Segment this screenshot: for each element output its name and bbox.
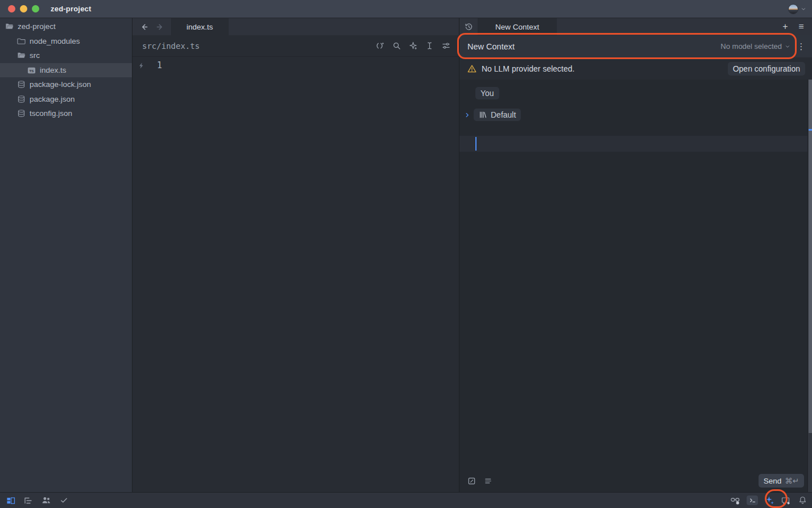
llm-warning-banner: No LLM provider selected. Open configura… xyxy=(459,57,812,80)
send-button[interactable]: Send ⌘↵ xyxy=(759,474,804,488)
model-selector-label: No model selected xyxy=(720,42,782,51)
diagnostics-check-icon[interactable] xyxy=(59,495,69,506)
editor-pane: index.ts src/index.ts xyxy=(132,18,459,492)
open-configuration-button[interactable]: Open configuration xyxy=(728,62,805,76)
send-label: Send xyxy=(764,477,782,485)
context-bottom-toolbar: Send ⌘↵ xyxy=(459,472,807,489)
editor-controls-sliders-icon[interactable] xyxy=(440,40,452,52)
status-bar xyxy=(0,492,812,508)
terminal-toggle-icon[interactable] xyxy=(747,495,758,505)
default-context-label: Default xyxy=(491,110,516,119)
chevron-right-icon[interactable] xyxy=(464,112,470,118)
scrollbar-cursor-marker xyxy=(809,129,812,131)
assistant-toggle-sparkle-icon[interactable] xyxy=(764,495,774,506)
tree-item-label: package.json xyxy=(30,95,75,103)
assistant-scrollbar[interactable] xyxy=(807,80,812,492)
notifications-bell-icon[interactable] xyxy=(797,495,807,506)
tree-item-label: index.ts xyxy=(40,66,67,74)
kebab-menu-icon[interactable]: ⋮ xyxy=(796,41,806,52)
svg-text:TS: TS xyxy=(30,68,34,72)
tree-item-node-modules[interactable]: node_modules xyxy=(0,34,132,49)
scrollbar-thumb[interactable] xyxy=(809,80,812,433)
typescript-file-icon: TS xyxy=(27,66,36,74)
zed-window: zed-project zed-project node_modules xyxy=(0,0,812,508)
active-line-highlight xyxy=(459,136,807,152)
tree-item-index-ts[interactable]: TS index.ts xyxy=(0,63,132,78)
search-icon[interactable] xyxy=(390,40,403,52)
default-context-row[interactable]: Default xyxy=(464,109,521,121)
library-icon xyxy=(479,111,487,119)
code-symbols-icon[interactable] xyxy=(374,40,386,52)
warning-triangle-icon xyxy=(467,64,477,73)
tab-label: New Context xyxy=(495,23,539,31)
new-context-plus-icon[interactable]: + xyxy=(779,20,792,33)
context-editor[interactable]: You Default xyxy=(459,80,812,492)
outline-panel-toggle-icon[interactable] xyxy=(23,495,34,506)
tree-item-label: tsconfig.json xyxy=(30,109,72,118)
warning-text: No LLM provider selected. xyxy=(482,64,574,73)
project-panel: zed-project node_modules src TS index.ts xyxy=(0,18,132,492)
tree-item-label: zed-project xyxy=(18,22,56,31)
tree-item-zed-project[interactable]: zed-project xyxy=(0,19,132,34)
database-file-icon xyxy=(17,95,26,103)
minimize-window-button[interactable] xyxy=(20,5,27,13)
breadcrumb[interactable]: src/index.ts xyxy=(139,40,202,52)
text-caret xyxy=(475,137,477,151)
tree-item-label: package-lock.json xyxy=(30,80,91,89)
model-selector[interactable]: No model selected xyxy=(720,42,790,51)
send-shortcut: ⌘↵ xyxy=(785,476,799,485)
zoom-window-button[interactable] xyxy=(32,5,39,13)
chat-panel-toggle-icon[interactable] xyxy=(781,495,791,506)
line-number: 1 xyxy=(132,60,162,70)
tree-item-src[interactable]: src xyxy=(0,48,132,63)
collaboration-panel-toggle-icon[interactable] xyxy=(41,495,51,506)
chevron-down-icon xyxy=(785,44,790,49)
inline-assist-sparkle-icon[interactable] xyxy=(407,40,419,52)
tree-item-label: src xyxy=(30,51,40,60)
back-icon[interactable] xyxy=(138,20,150,33)
quote-selection-icon[interactable] xyxy=(465,474,478,487)
code-editor[interactable]: 1 xyxy=(132,57,459,492)
database-file-icon xyxy=(17,80,26,89)
close-window-button[interactable] xyxy=(8,5,15,13)
project-panel-toggle-icon[interactable] xyxy=(6,495,16,506)
tree-item-package-lock-json[interactable]: package-lock.json xyxy=(0,77,132,92)
tree-item-label: node_modules xyxy=(30,37,80,45)
context-title[interactable]: New Context xyxy=(467,42,515,51)
tab-label: index.ts xyxy=(187,23,213,31)
tree-item-tsconfig-json[interactable]: tsconfig.json xyxy=(0,106,132,121)
folder-closed-icon xyxy=(17,37,26,45)
tab-new-context[interactable]: New Context xyxy=(478,18,557,35)
editor-toolbar: src/index.ts xyxy=(132,35,459,57)
window-title: zed-project xyxy=(51,5,92,13)
copilot-icon[interactable] xyxy=(730,495,740,506)
you-message-chip[interactable]: You xyxy=(475,87,499,99)
history-icon[interactable] xyxy=(459,18,478,35)
context-header: New Context No model selected ⋮ xyxy=(459,35,812,57)
tab-index-ts[interactable]: index.ts xyxy=(172,18,229,35)
assistant-tab-bar: New Context + ≡ xyxy=(459,18,812,35)
title-bar: zed-project xyxy=(0,0,812,18)
you-label: You xyxy=(480,89,494,98)
user-avatar[interactable] xyxy=(788,4,798,14)
editor-tab-bar: index.ts xyxy=(132,18,459,35)
assistant-panel: New Context + ≡ New Context No model sel… xyxy=(459,18,812,492)
traffic-lights xyxy=(0,5,47,13)
folder-open-icon xyxy=(5,22,14,31)
outline-list-icon[interactable] xyxy=(482,474,494,487)
text-cursor-icon[interactable] xyxy=(423,40,436,52)
chevron-down-icon[interactable] xyxy=(801,6,806,12)
default-context-chip[interactable]: Default xyxy=(474,109,521,121)
forward-icon[interactable] xyxy=(154,20,166,33)
tree-item-package-json[interactable]: package.json xyxy=(0,92,132,107)
folder-open-icon xyxy=(17,51,26,60)
assistant-menu-icon[interactable]: ≡ xyxy=(795,20,807,33)
database-file-icon xyxy=(17,109,26,118)
